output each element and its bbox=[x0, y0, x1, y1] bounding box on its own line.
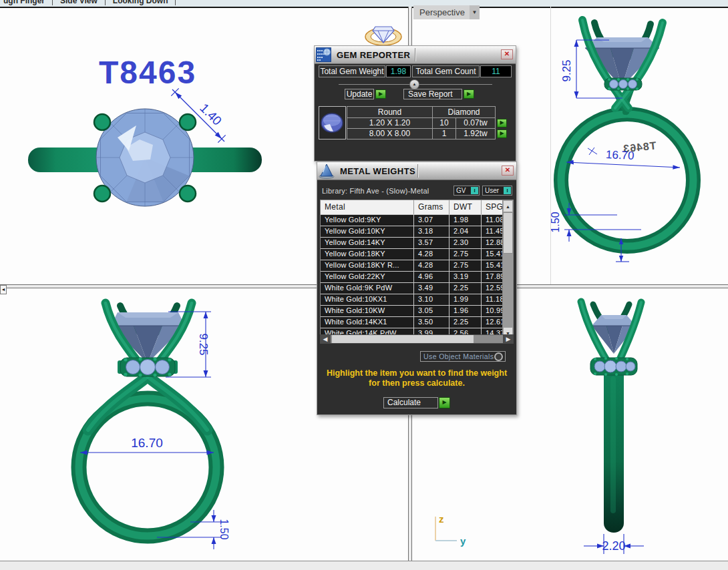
perspective-mini-render[interactable] bbox=[361, 20, 407, 48]
scrollbar-track[interactable] bbox=[503, 212, 513, 327]
table-row[interactable]: White Gold:9K PdW3.492.2512.59 bbox=[321, 282, 513, 294]
use-object-materials-label: Use Object Materials bbox=[421, 352, 494, 360]
axis-indicator: z y bbox=[435, 513, 466, 547]
scrollbar-track[interactable] bbox=[331, 335, 503, 343]
instruction-text: Highlight the item you want to find the … bbox=[317, 368, 516, 388]
update-go-button[interactable]: ▶ bbox=[375, 89, 386, 99]
bottom-strip bbox=[0, 561, 728, 570]
cell-dwt: 1.99 bbox=[449, 294, 482, 305]
tab-side-view[interactable]: Side View bbox=[60, 0, 98, 5]
save-report-go-button[interactable]: ▶ bbox=[464, 89, 474, 99]
user-toggle-button[interactable]: User I bbox=[482, 186, 512, 196]
cell-grams: 3.50 bbox=[414, 317, 449, 328]
svg-text:9.25: 9.25 bbox=[560, 59, 573, 81]
instruction-line-1: Highlight the item you want to find the … bbox=[317, 368, 516, 378]
table-row[interactable]: Yellow Gold:10KY3.182.0411.45 bbox=[321, 226, 513, 237]
viewport-side-view[interactable]: T8463 9.25 16.70 1.50 bbox=[550, 7, 728, 284]
column-header-grams: Grams bbox=[414, 200, 449, 214]
cell-dwt: 2.75 bbox=[449, 249, 482, 260]
svg-text:9.25: 9.25 bbox=[197, 333, 210, 355]
calculate-go-button[interactable]: ▶ bbox=[439, 397, 450, 408]
cell-metal: Yellow Gold:14KY bbox=[321, 238, 414, 248]
accent-gem-band bbox=[590, 357, 637, 376]
titlebar-divider bbox=[415, 48, 415, 61]
gem-row-size: 1.20 X 1.20 bbox=[347, 117, 433, 129]
scroll-left-arrow[interactable]: ◀ bbox=[320, 334, 331, 344]
cell-grams: 4.28 bbox=[414, 249, 449, 260]
application-window: ugh Finger Side View Looking Down T8463 bbox=[0, 0, 728, 570]
metal-weights-table: Metal Grams DWT SPG Yellow Gold:9KY3.071… bbox=[320, 200, 514, 340]
tab-looking-down[interactable]: Looking Down bbox=[113, 0, 168, 5]
table-row[interactable]: Yellow Gold:9KY3.071.9811.08 bbox=[321, 214, 513, 226]
column-header-shape: Round bbox=[347, 106, 433, 118]
tab-divider bbox=[175, 0, 176, 5]
tab-divider bbox=[105, 0, 106, 5]
tab-divider bbox=[52, 0, 53, 5]
gem-row-weight: 0.07tw bbox=[456, 117, 496, 129]
table-row[interactable]: Yellow Gold:22KY4.963.1917.89 bbox=[321, 271, 513, 282]
viewport-title-label: Perspective bbox=[419, 7, 465, 17]
table-row[interactable]: Yellow Gold:18KY4.282.7515.41 bbox=[321, 248, 513, 260]
cell-metal: White Gold:9K PdW bbox=[321, 283, 414, 294]
gem-reporter-icon bbox=[316, 47, 331, 62]
column-header-type: Diamond bbox=[432, 106, 496, 118]
user-toggle-state: I bbox=[504, 187, 511, 194]
svg-text:16.70: 16.70 bbox=[606, 148, 634, 162]
cell-grams: 3.57 bbox=[414, 238, 449, 248]
axis-z-label: z bbox=[439, 513, 444, 525]
svg-text:2.20: 2.20 bbox=[602, 539, 625, 553]
cell-dwt: 2.25 bbox=[449, 317, 482, 328]
vertical-scrollbar[interactable]: ▲ ▼ bbox=[502, 200, 513, 339]
splitter-collapse-arrow[interactable]: ◄ bbox=[0, 285, 7, 294]
calculate-button[interactable]: Calculate bbox=[383, 397, 438, 408]
table-row[interactable]: White Gold:14KX13.502.2512.61 bbox=[321, 316, 513, 328]
cell-metal: White Gold:14KX1 bbox=[321, 317, 414, 328]
library-label: Library: Fifth Ave - (Slow)-Metal bbox=[322, 187, 429, 195]
instruction-line-2: for then press calculate. bbox=[317, 378, 516, 388]
horizontal-scrollbar[interactable]: ◀ ▶ bbox=[320, 334, 514, 344]
gem-row-count: 1 bbox=[432, 128, 456, 139]
gem-row-go-button[interactable]: ▶ bbox=[497, 119, 507, 127]
scrollbar-thumb[interactable] bbox=[503, 212, 513, 254]
model-number-label: T8463 bbox=[99, 55, 196, 90]
gem-reporter-titlebar[interactable]: GEM REPORTER ✕ bbox=[315, 46, 516, 64]
gem-thumbnail bbox=[319, 106, 346, 139]
table-row[interactable]: White Gold:10KW3.051.9610.99 bbox=[321, 305, 513, 316]
use-object-materials-toggle[interactable]: Use Object Materials bbox=[420, 351, 506, 362]
cell-grams: 3.05 bbox=[414, 306, 449, 316]
cell-dwt: 2.30 bbox=[449, 238, 482, 248]
tab-through-finger[interactable]: ugh Finger bbox=[3, 0, 45, 5]
accent-gem-band bbox=[604, 78, 642, 90]
scroll-right-arrow[interactable]: ▶ bbox=[503, 334, 514, 344]
cell-dwt: 3.19 bbox=[449, 272, 482, 282]
radio-indicator[interactable] bbox=[494, 352, 503, 361]
dimension-inner-diameter: 16.70 bbox=[80, 436, 214, 455]
svg-text:1.50: 1.50 bbox=[550, 212, 561, 232]
gem-reporter-dialog: GEM REPORTER ✕ Total Gem Weight 1.98 Tot… bbox=[314, 45, 516, 162]
cell-metal: Yellow Gold:18KY R... bbox=[321, 260, 414, 271]
titlebar-divider bbox=[417, 164, 418, 178]
viewport-title-dropdown[interactable]: Perspective ▼ bbox=[413, 5, 480, 19]
gv-toggle-state: I bbox=[471, 187, 478, 194]
gv-toggle-button[interactable]: GV I bbox=[453, 186, 480, 196]
close-icon[interactable]: ✕ bbox=[502, 166, 514, 176]
table-row[interactable]: Yellow Gold:14KY3.572.3012.88 bbox=[321, 237, 513, 248]
chevron-down-icon[interactable]: ▼ bbox=[470, 5, 480, 19]
close-icon[interactable]: ✕ bbox=[501, 49, 513, 59]
collapse-toggle-button[interactable]: ▲ bbox=[409, 79, 419, 89]
user-label: User bbox=[483, 187, 501, 194]
scrollbar-thumb[interactable] bbox=[332, 335, 474, 343]
metal-weights-titlebar[interactable]: METAL WEIGHTS ✕ bbox=[317, 162, 516, 180]
cell-metal: Yellow Gold:22KY bbox=[321, 272, 414, 282]
table-row[interactable]: Yellow Gold:18KY R...4.282.7515.41 bbox=[321, 260, 513, 271]
gem-row-weight: 1.92tw bbox=[456, 128, 496, 139]
save-report-button[interactable]: Save Report bbox=[403, 89, 462, 99]
gem-row-go-button[interactable]: ▶ bbox=[497, 129, 507, 138]
update-button[interactable]: Update bbox=[345, 89, 374, 99]
table-row[interactable]: White Gold:10KX13.101.9911.18 bbox=[321, 294, 513, 305]
accent-gem-band bbox=[118, 358, 178, 377]
gem-row-size: 8.00 X 8.00 bbox=[347, 128, 433, 139]
vertical-splitter-right[interactable] bbox=[550, 7, 551, 284]
svg-text:16.70: 16.70 bbox=[131, 436, 163, 450]
scroll-up-arrow[interactable]: ▲ bbox=[503, 200, 513, 212]
